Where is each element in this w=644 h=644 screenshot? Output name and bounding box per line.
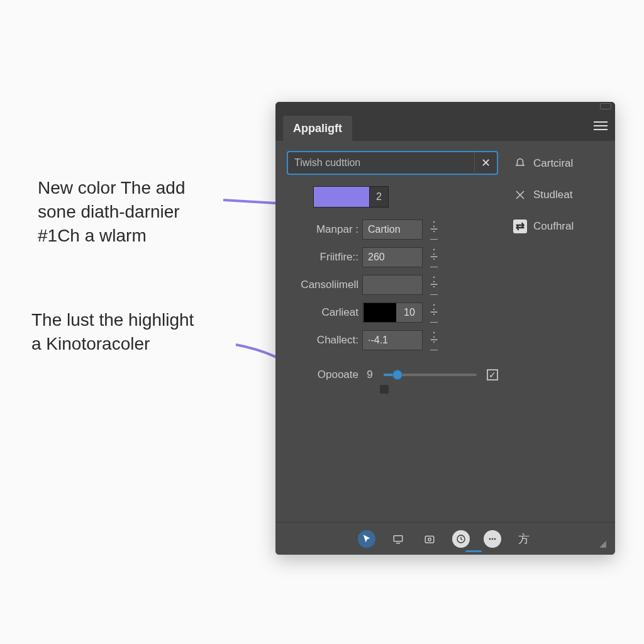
panel-topbar xyxy=(275,102,615,111)
prop-input-challect[interactable] xyxy=(362,330,423,350)
panel-body: ✕ 2 Manpar : ÷ Friitfire:: ÷ Cansoliimel… xyxy=(275,141,615,522)
properties-panel: Appaligft ✕ 2 Manpar : ÷ xyxy=(275,102,615,555)
slider-label: Opooate xyxy=(287,369,362,381)
slider-checkbox[interactable]: ✓ xyxy=(487,369,498,380)
slider-track[interactable] xyxy=(384,374,477,376)
prop-row-challect: Challect: ÷ xyxy=(287,330,498,351)
svg-rect-2 xyxy=(425,536,434,543)
hamburger-menu-icon[interactable] xyxy=(594,121,608,130)
prop-label-mangar: Manpar : xyxy=(287,223,362,236)
search-input[interactable] xyxy=(287,151,474,175)
swatch-value: 2 xyxy=(370,186,389,208)
footer-character-icon[interactable]: 方 xyxy=(515,530,533,548)
prop-input-carlieat[interactable]: 10 xyxy=(362,303,423,323)
svg-point-6 xyxy=(492,538,494,540)
panel-footer: 方 ◢ xyxy=(275,522,615,555)
annotation-1-line1: New color The add xyxy=(38,178,186,197)
footer-screen-icon[interactable] xyxy=(389,530,407,548)
svg-rect-1 xyxy=(394,535,402,541)
side-button-label: Studleat xyxy=(533,189,572,201)
side-button-cartciral[interactable]: Cartciral xyxy=(509,151,604,176)
prop-label-consoli: Cansoliimell xyxy=(287,279,362,291)
annotation-2-line2: a Kinotoracoler xyxy=(31,334,150,353)
bell-icon xyxy=(513,157,527,170)
prop-row-friifire: Friitfire:: ÷ xyxy=(287,247,498,268)
svg-point-5 xyxy=(489,538,491,540)
prop-label-carlieat: Carlieat xyxy=(287,306,362,319)
speaker-icon[interactable] xyxy=(380,385,389,394)
stepper-mangar[interactable]: ÷ xyxy=(425,219,443,240)
color-swatch-row: 2 xyxy=(313,186,498,208)
prop-input-mangar[interactable] xyxy=(362,219,423,240)
slider-value: 9 xyxy=(362,369,377,381)
side-button-label: Coufhral xyxy=(533,220,574,233)
annotation-1-line3: #1Ch a wlarm xyxy=(38,226,147,245)
search-row: ✕ xyxy=(287,151,498,175)
svg-point-7 xyxy=(494,538,496,540)
prop-input-consoli[interactable] xyxy=(362,275,423,295)
carlieat-color-swatch[interactable] xyxy=(364,303,396,322)
stepper-consoli[interactable]: ÷ xyxy=(425,275,443,295)
window-control-icon[interactable] xyxy=(600,103,611,109)
stepper-carlieat[interactable]: ÷ xyxy=(425,303,443,323)
carlieat-value: 10 xyxy=(397,307,422,318)
slider-thumb[interactable] xyxy=(392,370,402,380)
panel-tabbar: Appaligft xyxy=(275,111,615,141)
footer-clock-icon[interactable] xyxy=(452,530,470,548)
side-button-coufhral[interactable]: ⇄ Coufhral xyxy=(509,214,604,239)
cross-pencil-icon xyxy=(513,188,527,202)
annotation-2-line1: The lust the highlight xyxy=(31,310,194,330)
footer-cursor-icon[interactable] xyxy=(358,530,375,548)
color-swatch[interactable] xyxy=(313,186,370,208)
annotation-1-line2: sone diath-darnier xyxy=(38,202,180,221)
prop-label-friifire: Friitfire:: xyxy=(287,251,362,264)
prop-row-consoli: Cansoliimell ÷ xyxy=(287,274,498,296)
panel-left-column: ✕ 2 Manpar : ÷ Friitfire:: ÷ Cansoliimel… xyxy=(287,151,498,514)
annotation-2: The lust the highlight a Kinotoracoler xyxy=(31,308,258,356)
swap-icon: ⇄ xyxy=(513,219,527,233)
svg-point-3 xyxy=(428,538,431,541)
footer-camera-icon[interactable] xyxy=(421,530,438,548)
clear-search-button[interactable]: ✕ xyxy=(474,151,498,175)
slider-row-opooate: Opooate 9 ✓ xyxy=(287,369,498,381)
prop-label-challect: Challect: xyxy=(287,334,362,347)
annotation-1: New color The add sone diath-darnier #1C… xyxy=(38,176,252,247)
stepper-challect[interactable]: ÷ xyxy=(425,330,443,350)
close-icon: ✕ xyxy=(481,156,491,170)
stepper-friifire[interactable]: ÷ xyxy=(425,247,443,267)
side-button-studleat[interactable]: Studleat xyxy=(509,182,604,208)
side-button-label: Cartciral xyxy=(533,157,573,170)
tab-appalight[interactable]: Appaligft xyxy=(283,116,352,142)
footer-active-underline xyxy=(465,550,482,552)
prop-input-friifire[interactable] xyxy=(362,247,423,267)
prop-row-carlieat: Carlieat 10 ÷ xyxy=(287,302,498,323)
resize-grip-icon[interactable]: ◢ xyxy=(599,538,606,548)
panel-right-column: Cartciral Studleat ⇄ Coufhral xyxy=(509,151,604,514)
footer-more-icon[interactable] xyxy=(484,530,501,548)
prop-row-mangar: Manpar : ÷ xyxy=(287,219,498,240)
